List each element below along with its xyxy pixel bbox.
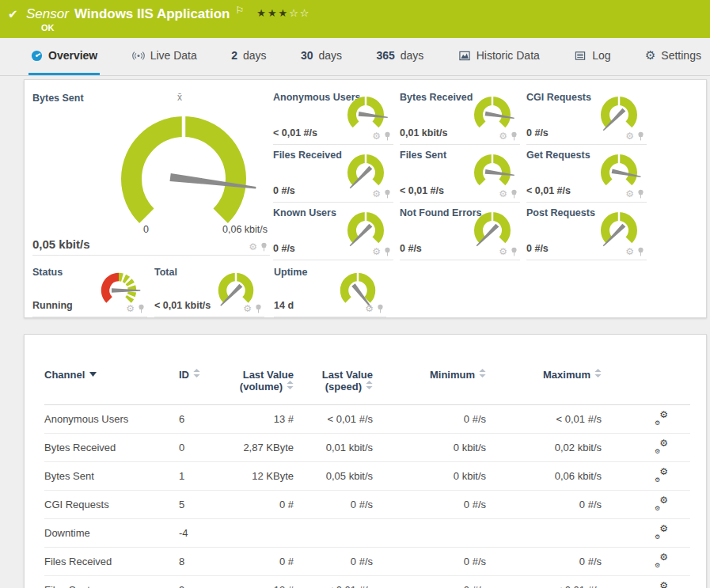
tab-settings[interactable]: ⚙Settings: [643, 38, 704, 75]
channel-settings-icon[interactable]: ⚙⚙: [655, 555, 668, 566]
gauge-value: 0 #/s: [526, 243, 549, 254]
cell-minimum: 0 #/s: [373, 405, 486, 434]
gear-icon[interactable]: ⚙: [625, 247, 634, 256]
status-badge: OK: [41, 23, 55, 32]
gauge-value: 0 #/s: [526, 127, 549, 138]
gauge-title: Bytes Sent: [32, 93, 84, 104]
tab-label: Live Data: [150, 49, 197, 62]
tab-365-days[interactable]: 365days: [374, 38, 426, 75]
gauge-title: Post Requests: [526, 207, 595, 218]
gear-icon[interactable]: ⚙: [499, 189, 507, 199]
tab-30-days[interactable]: 30days: [298, 38, 344, 75]
pin-icon[interactable]: [377, 304, 384, 313]
gauges-panel: Bytes Sent x̄ 0 0,06 kbit/s 0,05 kbit/s …: [24, 79, 707, 318]
pin-icon[interactable]: [260, 242, 268, 252]
table-row: Downtime-4⚙⚙: [44, 519, 690, 548]
gear-icon[interactable]: ⚙: [365, 304, 374, 313]
channel-settings-icon[interactable]: ⚙⚙: [655, 469, 668, 480]
column-header-actions: [602, 369, 690, 405]
pin-icon[interactable]: [511, 247, 518, 256]
cell-last-value-volume: 13 #: [224, 405, 294, 434]
gauge-actions: ⚙: [372, 247, 391, 256]
gauge-title: Get Requests: [526, 150, 590, 161]
gear-icon[interactable]: ⚙: [372, 131, 381, 141]
channel-settings-icon[interactable]: ⚙⚙: [655, 441, 668, 452]
priority-stars[interactable]: ★★★☆☆: [256, 7, 310, 19]
channels-table-wrap: ChannelIDLast Value (volume)Last Value (…: [25, 335, 706, 588]
column-header-min[interactable]: Minimum: [373, 369, 486, 405]
pin-icon[interactable]: [637, 189, 644, 199]
tab-label: Overview: [48, 49, 97, 62]
column-header-speed[interactable]: Last Value (speed): [294, 369, 373, 405]
gauge-title: Files Sent: [400, 150, 446, 161]
channel-settings-icon[interactable]: ⚙⚙: [655, 498, 668, 509]
gauge-dial: [346, 211, 385, 250]
channels-table: ChannelIDLast Value (volume)Last Value (…: [44, 369, 690, 588]
table-row: Bytes Received02,87 KByte0,01 kbit/s0 kb…: [44, 434, 690, 462]
pin-icon[interactable]: [511, 131, 518, 141]
pin-icon[interactable]: [384, 189, 391, 199]
stars-empty[interactable]: ☆☆: [289, 7, 310, 19]
gauge-dial: [346, 95, 385, 135]
gauge-value: 0,05 kbit/s: [32, 237, 90, 251]
gauge-title: Files Received: [273, 150, 342, 161]
pin-icon[interactable]: [138, 304, 145, 313]
gear-icon[interactable]: ⚙: [625, 189, 634, 199]
pin-icon[interactable]: [384, 247, 391, 256]
column-header-id[interactable]: ID: [179, 369, 224, 405]
tab-label: days: [401, 49, 424, 62]
cell-last-value-speed: 0 #/s: [294, 548, 373, 576]
sort-icon[interactable]: [479, 369, 486, 377]
channel-settings-icon[interactable]: ⚙⚙: [655, 526, 668, 537]
tab-historic-data[interactable]: Historic Data: [456, 38, 542, 75]
gauge-dial: [599, 153, 639, 192]
gauge-actions: ⚙: [625, 131, 644, 141]
flag-icon[interactable]: ⚐: [235, 5, 244, 16]
tab-2-days[interactable]: 2days: [229, 38, 268, 75]
gear-icon[interactable]: ⚙: [372, 247, 381, 256]
tab-live-data[interactable]: Live Data: [130, 38, 199, 75]
gauge-actions: ⚙: [372, 189, 391, 199]
sort-icon[interactable]: [594, 369, 602, 377]
column-header-channel[interactable]: Channel: [44, 369, 179, 405]
pin-icon[interactable]: [637, 247, 644, 256]
gear-icon[interactable]: ⚙: [243, 304, 252, 313]
gear-icon[interactable]: ⚙: [126, 304, 135, 313]
gear-icon[interactable]: ⚙: [499, 247, 507, 256]
pin-icon[interactable]: [384, 131, 391, 141]
tab-number: 2: [231, 49, 237, 62]
tab-bar: OverviewLive Data2days30days365daysHisto…: [0, 38, 710, 76]
cell-maximum: 0,06 kbit/s: [486, 462, 602, 491]
gear-icon[interactable]: ⚙: [249, 242, 257, 252]
cell-maximum: < 0,01 #/s: [486, 405, 602, 434]
column-header-max[interactable]: Maximum: [486, 369, 602, 405]
gauge-cell: Not Found Errors0 #/s⚙: [400, 203, 520, 260]
gauge-icon: [31, 50, 43, 62]
cell-last-value-speed: < 0,01 #/s: [294, 576, 373, 588]
column-label: Minimum: [430, 369, 475, 381]
channel-settings-icon[interactable]: ⚙⚙: [655, 583, 668, 588]
cell-minimum: 0 kbit/s: [373, 434, 486, 462]
gauge-actions: ⚙: [499, 131, 518, 141]
gauge-dial: [599, 211, 639, 250]
table-row: CGI Requests50 #0 #/s0 #/s0 #/s⚙⚙: [44, 491, 690, 519]
gauge-value: < 0,01 kbit/s: [154, 300, 211, 311]
pin-icon[interactable]: [511, 189, 518, 199]
cell-actions: ⚙⚙: [602, 576, 690, 588]
gear-icon[interactable]: ⚙: [372, 189, 381, 199]
sort-icon[interactable]: [366, 381, 373, 389]
gear-icon[interactable]: ⚙: [499, 131, 507, 141]
tab-overview[interactable]: Overview: [28, 38, 100, 75]
stars-filled[interactable]: ★★★: [256, 7, 289, 19]
gear-icon[interactable]: ⚙: [625, 131, 634, 141]
cell-last-value-volume: 0 #: [224, 548, 294, 576]
pin-icon[interactable]: [637, 131, 644, 141]
pin-icon[interactable]: [255, 304, 262, 313]
sort-icon[interactable]: [193, 369, 200, 377]
sort-icon[interactable]: [287, 381, 294, 389]
column-header-volume[interactable]: Last Value (volume): [224, 369, 294, 405]
tab-log[interactable]: Log: [571, 38, 613, 75]
cell-maximum: < 0,01 #/s: [486, 576, 602, 588]
sort-caret-icon: [89, 372, 97, 377]
channel-settings-icon[interactable]: ⚙⚙: [655, 412, 668, 423]
